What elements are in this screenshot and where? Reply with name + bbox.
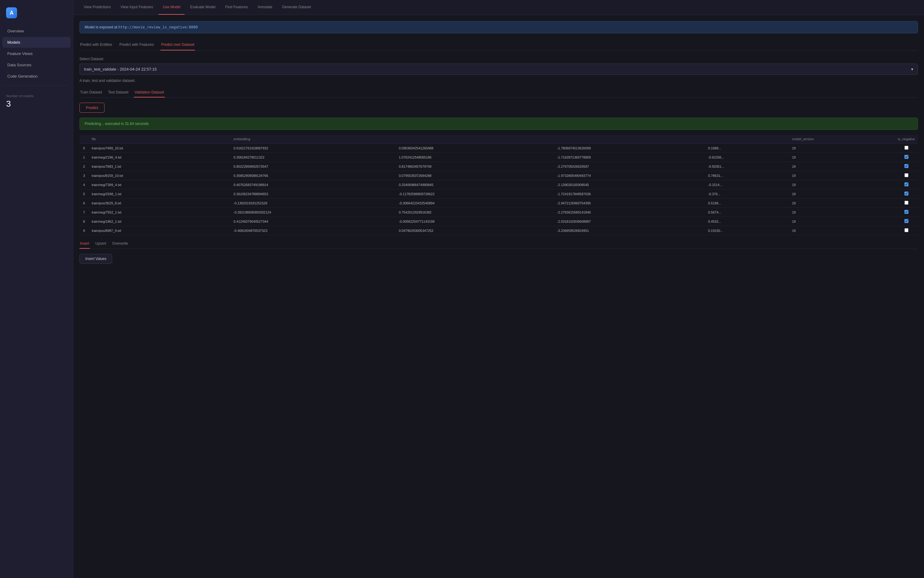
is-negative-checkbox[interactable] <box>905 228 908 232</box>
row-index: 6 <box>80 198 89 208</box>
row-is-negative[interactable] <box>895 226 918 235</box>
is-negative-checkbox[interactable] <box>905 201 908 205</box>
sub-tab-predict-dataset[interactable]: Predict over Dataset <box>161 39 195 50</box>
row-is-negative[interactable] <box>895 171 918 180</box>
row-emb1: 0.36106234788894653 <box>231 189 396 198</box>
row-is-negative[interactable] <box>895 217 918 226</box>
dataset-tabs-bar: Train DatasetTest DatasetValidation Data… <box>80 88 918 98</box>
row-emb3: -1.9732805490493774 <box>554 171 705 180</box>
row-index: 1 <box>80 153 89 162</box>
top-tab-evaluate-model[interactable]: Evaluate Model <box>186 0 220 15</box>
is-negative-checkbox[interactable] <box>905 192 908 195</box>
row-emb4: -0.50351... <box>705 162 789 171</box>
row-is-negative[interactable] <box>895 189 918 198</box>
bottom-tabs-bar: InsertUpsertOverwrite <box>80 239 918 249</box>
dataset-description: A train, test and validation dataset. <box>80 78 918 83</box>
row-index: 0 <box>80 144 89 153</box>
sub-tab-predict-features[interactable]: Predict with Features <box>119 39 154 50</box>
model-url: http://movie_review_is_negative:8080 <box>118 25 198 29</box>
row-emb2: 0.0795535072684288 <box>396 171 554 180</box>
row-emb2: 0.25406986474990845 <box>396 180 554 189</box>
dataset-tab-validation[interactable]: Validation Dataset <box>134 88 165 97</box>
is-negative-checkbox[interactable] <box>905 164 908 168</box>
bottom-tab-overwrite[interactable]: Overwrite <box>112 239 128 249</box>
sidebar-stats: Number of models 3 <box>0 89 73 114</box>
is-negative-checkbox[interactable] <box>905 182 908 186</box>
row-file: train/pos/7469_10.txt <box>89 144 231 153</box>
row-emb2: 1.0762412548065186 <box>396 153 554 162</box>
row-emb1: 0.35852909088134766 <box>231 171 396 180</box>
row-is-negative[interactable] <box>895 208 918 217</box>
row-emb3: -3.236659526824951 <box>554 226 705 235</box>
table-row: 0 train/pos/7469_10.txt 0.01621761918067… <box>80 144 918 153</box>
is-negative-checkbox[interactable] <box>905 155 908 159</box>
row-emb2: 0.09036042541265488 <box>396 144 554 153</box>
row-is-negative[interactable] <box>895 153 918 162</box>
row-is-negative[interactable] <box>895 198 918 208</box>
table-row: 8 train/neg/1862_1.txt 0.412450790405273… <box>80 217 918 226</box>
content-area[interactable]: Model is exposed at http://movie_review_… <box>73 15 924 578</box>
row-file: train/pos/8987_9.txt <box>89 226 231 235</box>
sidebar-item-models[interactable]: Models <box>2 37 71 48</box>
row-index: 2 <box>80 162 89 171</box>
bottom-tab-upsert[interactable]: Upsert <box>95 239 107 249</box>
table-row: 9 train/pos/8987_9.txt -0.46818348765373… <box>80 226 918 235</box>
app-logo: A <box>6 7 17 18</box>
dataset-select-value: train_test_validate - 2024-04-24 22:57:1… <box>84 67 157 71</box>
sidebar-item-feature-views[interactable]: Feature Views <box>2 48 71 59</box>
dataset-tab-train[interactable]: Train Dataset <box>80 88 103 97</box>
results-table-container[interactable]: file embedding model_version is_negative… <box>80 135 918 235</box>
top-tab-generate-dataset[interactable]: Generate Dataset <box>278 0 315 15</box>
select-dataset-label: Select Dataset <box>80 57 918 61</box>
row-file: train/neg/7399_4.txt <box>89 180 231 189</box>
stats-value: 3 <box>6 99 67 109</box>
top-tab-use-model[interactable]: Use Model <box>159 0 185 15</box>
sub-tab-predict-entities[interactable]: Predict with Entities <box>80 39 113 50</box>
row-index: 7 <box>80 208 89 217</box>
row-emb3: -2.9472126960754395 <box>554 198 705 208</box>
top-tab-view-predictions[interactable]: View Predictions <box>80 0 115 15</box>
row-emb2: -0.30664223432540894 <box>396 198 554 208</box>
is-negative-checkbox[interactable] <box>905 219 908 223</box>
logo-area: A <box>0 5 73 26</box>
dataset-tab-test[interactable]: Test Dataset <box>107 88 129 97</box>
status-message: Predicting... executed in 31.64 seconds <box>80 118 918 130</box>
sidebar-divider <box>5 85 68 86</box>
row-emb1: 0.80222859692573547 <box>231 162 396 171</box>
row-index: 9 <box>80 226 89 235</box>
info-prefix: Model is exposed at <box>84 25 117 29</box>
row-emb3: -2.139026165008545 <box>554 180 705 189</box>
top-tab-annotate[interactable]: Annotate <box>253 0 276 15</box>
row-file: train/neg/7552_1.txt <box>89 208 231 217</box>
is-negative-checkbox[interactable] <box>905 146 908 150</box>
results-table: file embedding model_version is_negative… <box>80 135 918 235</box>
col-index <box>80 135 89 144</box>
is-negative-checkbox[interactable] <box>905 173 908 177</box>
row-model-version: 19 <box>789 162 895 171</box>
row-emb1: 0.40762683749198914 <box>231 180 396 189</box>
insert-values-button[interactable]: Insert Values <box>80 254 112 264</box>
col-is-negative: is_negative <box>895 135 918 144</box>
bottom-tab-insert[interactable]: Insert <box>80 239 90 249</box>
row-emb4: 0.1688... <box>705 144 789 153</box>
sidebar-item-overview[interactable]: Overview <box>2 26 71 36</box>
top-tab-find-features[interactable]: Find Features <box>221 0 252 15</box>
sidebar-item-data-sources[interactable]: Data Sources <box>2 60 71 70</box>
row-emb1: 0.01621761918067932 <box>231 144 396 153</box>
dataset-select-dropdown[interactable]: train_test_validate - 2024-04-24 22:57:1… <box>80 63 918 75</box>
sidebar-item-code-generation[interactable]: Code Generation <box>2 71 71 81</box>
is-negative-checkbox[interactable] <box>905 210 908 214</box>
table-row: 6 train/pos/3629_8.txt -0.13620191812515… <box>80 198 918 208</box>
table-row: 3 train/pos/8159_10.txt 0.35852909088134… <box>80 171 918 180</box>
row-emb4: 0.78631... <box>705 171 789 180</box>
row-model-version: 19 <box>789 217 895 226</box>
row-is-negative[interactable] <box>895 162 918 171</box>
row-emb2: -0.11782588809728622 <box>396 189 554 198</box>
sidebar: A OverviewModelsFeature ViewsData Source… <box>0 0 73 578</box>
top-tab-view-input-features[interactable]: View Input Features <box>117 0 158 15</box>
row-is-negative[interactable] <box>895 144 918 153</box>
predict-button[interactable]: Predict <box>80 103 104 113</box>
row-is-negative[interactable] <box>895 180 918 189</box>
row-emb4: -0.376... <box>705 189 789 198</box>
row-emb4: -0.1514... <box>705 180 789 189</box>
